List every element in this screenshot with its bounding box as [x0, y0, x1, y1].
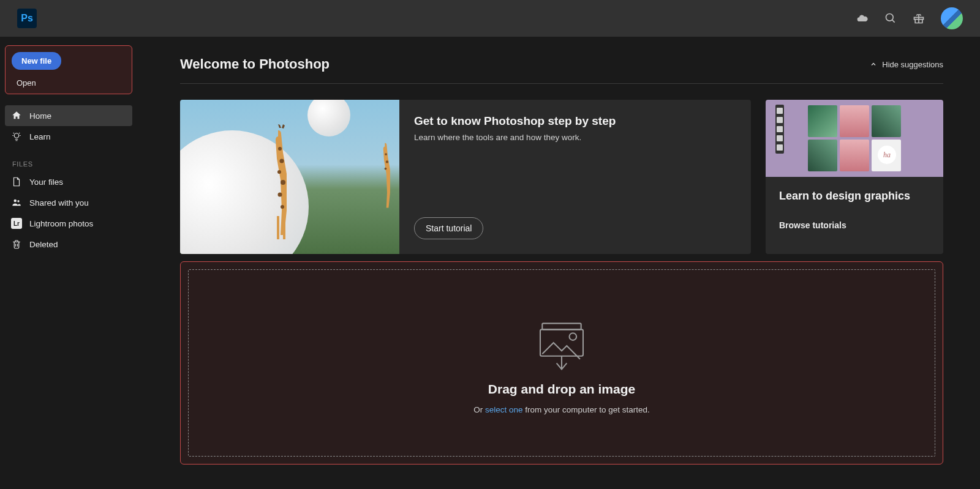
open-button[interactable]: Open: [17, 78, 36, 88]
svg-point-12: [386, 160, 388, 163]
nav-label: Shared with you: [29, 198, 89, 207]
tutorial-subtitle: Learn where the tools are and how they w…: [414, 133, 736, 142]
graphics-hero-image: ha: [766, 100, 943, 177]
chevron-up-icon: [870, 61, 877, 68]
svg-point-13: [385, 168, 387, 170]
trash-icon: [11, 239, 22, 250]
tutorial-hero-image: [180, 100, 399, 254]
hide-suggestions-toggle[interactable]: Hide suggestions: [870, 60, 943, 69]
search-icon[interactable]: [884, 12, 897, 24]
drop-zone-highlight: Drag and drop an image Or select one fro…: [180, 261, 943, 465]
sidebar: New file Open Home Learn FILES Your file…: [0, 37, 137, 489]
gift-icon[interactable]: [913, 12, 925, 24]
svg-point-16: [570, 333, 577, 340]
hide-suggestions-label: Hide suggestions: [882, 60, 943, 69]
nav-label: Home: [29, 111, 51, 121]
svg-rect-15: [540, 329, 583, 356]
svg-rect-14: [542, 323, 581, 329]
home-icon: [11, 110, 22, 121]
main-header: Welcome to Photoshop Hide suggestions: [180, 56, 943, 84]
svg-rect-10: [283, 216, 285, 239]
tutorial-card-body: Get to know Photoshop step by step Learn…: [399, 100, 751, 254]
svg-point-2: [17, 200, 19, 202]
new-file-button[interactable]: New file: [12, 52, 61, 70]
graphics-card-body: Learn to design graphics Browse tutorial…: [766, 177, 943, 242]
nav-shared[interactable]: Shared with you: [5, 192, 132, 213]
nav-label: Your files: [29, 177, 63, 187]
people-icon: [11, 197, 22, 208]
image-drop-icon: [531, 312, 592, 373]
select-file-link[interactable]: select one: [485, 405, 523, 414]
suggestion-cards: Get to know Photoshop step by step Learn…: [180, 100, 943, 254]
svg-rect-9: [277, 216, 279, 239]
start-tutorial-button[interactable]: Start tutorial: [414, 217, 483, 239]
nav-learn[interactable]: Learn: [5, 126, 132, 147]
lightroom-icon: Lr: [11, 218, 22, 229]
svg-point-4: [280, 159, 284, 163]
nav-label: Learn: [29, 132, 51, 141]
cloud-icon[interactable]: [856, 12, 869, 24]
files-section-label: FILES: [12, 160, 132, 168]
svg-point-5: [277, 170, 281, 174]
app-logo[interactable]: Ps: [17, 9, 37, 28]
page-title: Welcome to Photoshop: [180, 56, 330, 72]
svg-point-0: [14, 133, 19, 138]
nav-label: Deleted: [29, 240, 58, 249]
nav-your-files[interactable]: Your files: [5, 171, 132, 192]
top-bar: Ps: [0, 0, 980, 37]
nav-lightroom[interactable]: Lr Lightroom photos: [5, 213, 132, 234]
svg-point-11: [385, 153, 387, 155]
tutorial-title: Get to know Photoshop step by step: [414, 114, 736, 128]
graphics-title: Learn to design graphics: [779, 189, 930, 203]
lightbulb-icon: [11, 131, 22, 142]
topbar-actions: [856, 7, 963, 29]
tutorial-card[interactable]: Get to know Photoshop step by step Learn…: [180, 100, 751, 254]
nav-deleted[interactable]: Deleted: [5, 234, 132, 255]
nav-home[interactable]: Home: [5, 105, 132, 126]
browse-tutorials-link[interactable]: Browse tutorials: [779, 220, 930, 230]
drop-zone[interactable]: Drag and drop an image Or select one fro…: [188, 269, 935, 457]
svg-point-3: [278, 147, 282, 151]
drop-subtitle: Or select one from your computer to get …: [473, 405, 649, 414]
drop-title: Drag and drop an image: [488, 382, 635, 397]
svg-point-8: [281, 205, 284, 209]
svg-point-6: [281, 180, 285, 185]
svg-point-7: [278, 193, 282, 197]
user-avatar[interactable]: [941, 7, 963, 29]
main-content: Welcome to Photoshop Hide suggestions: [137, 37, 980, 489]
nav-label: Lightroom photos: [29, 219, 93, 228]
svg-point-1: [14, 200, 17, 203]
file-actions-highlight: New file Open: [5, 45, 132, 94]
document-icon: [11, 176, 22, 187]
graphics-card[interactable]: ha Learn to design graphics Browse tutor…: [766, 100, 943, 254]
